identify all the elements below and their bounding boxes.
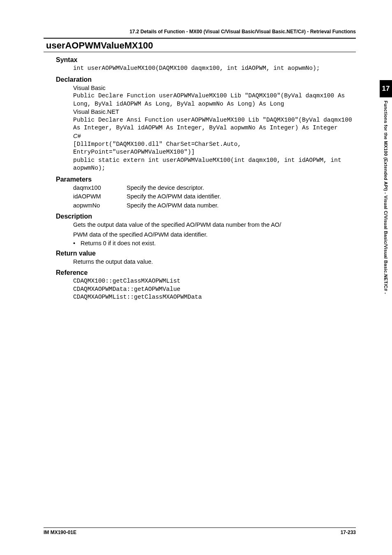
param-desc: Specify the AO/PWM data identifier. xyxy=(127,193,221,201)
description-line: Gets the output data value of the specif… xyxy=(73,221,356,229)
footer-right: 17-233 xyxy=(341,530,356,535)
param-row: aopwmNo Specify the AO/PWM data number. xyxy=(73,202,356,210)
description-bullet: • Returns 0 if it does not exist. xyxy=(73,240,356,246)
footer: IM MX190-01E 17-233 xyxy=(44,527,356,535)
param-desc: Specify the device descriptor. xyxy=(127,184,204,192)
sidebar-vertical-text: Functions for the MX100 (Extended API) -… xyxy=(383,101,388,294)
section-header: 17.2 Details of Function - MX00 (Visual … xyxy=(44,29,356,35)
label-vbnet: Visual Basic.NET xyxy=(73,108,356,116)
param-desc: Specify the AO/PWM data number. xyxy=(127,202,219,210)
function-title: userAOPWMValueMX100 xyxy=(46,40,356,51)
side-tab: 17 Functions for the MX100 (Extended API… xyxy=(380,80,392,294)
heading-description: Description xyxy=(56,213,356,220)
rule-thick xyxy=(44,38,356,39)
param-name: idAOPWM xyxy=(73,193,127,201)
reference-code: CDAQMX100::getClassMXAOPWMList CDAQMXAOP… xyxy=(73,277,356,302)
heading-reference: Reference xyxy=(56,269,356,276)
bullet-dot-icon: • xyxy=(73,240,81,246)
label-vb: Visual Basic xyxy=(73,84,356,92)
footer-left: IM MX190-01E xyxy=(44,530,76,535)
chapter-number-box: 17 xyxy=(380,80,392,97)
description-line: PWM data of the specified AO/PWM data id… xyxy=(73,231,356,239)
code-vbnet: Public Declare Ansi Function userAOPWMVa… xyxy=(73,116,356,132)
param-row: daqmx100 Specify the device descriptor. xyxy=(73,184,356,192)
bullet-text: Returns 0 if it does not exist. xyxy=(81,240,156,246)
heading-syntax: Syntax xyxy=(56,56,356,64)
code-csharp: [DllImport("DAQMX100.dll" CharSet=CharSe… xyxy=(73,140,356,173)
param-row: idAOPWM Specify the AO/PWM data identifi… xyxy=(73,193,356,201)
heading-return: Return value xyxy=(56,250,356,257)
code-vb: Public Declare Function userAOPWMValueMX… xyxy=(73,92,356,108)
param-name: daqmx100 xyxy=(73,184,127,192)
heading-declaration: Declaration xyxy=(56,76,356,83)
label-csharp: C# xyxy=(73,132,356,140)
rule-thin xyxy=(44,52,356,52)
heading-parameters: Parameters xyxy=(56,176,356,183)
param-name: aopwmNo xyxy=(73,202,127,210)
return-text: Returns the output data value. xyxy=(73,258,356,266)
syntax-code: int userAOPWMValueMX100(DAQMX100 daqmx10… xyxy=(73,64,356,73)
